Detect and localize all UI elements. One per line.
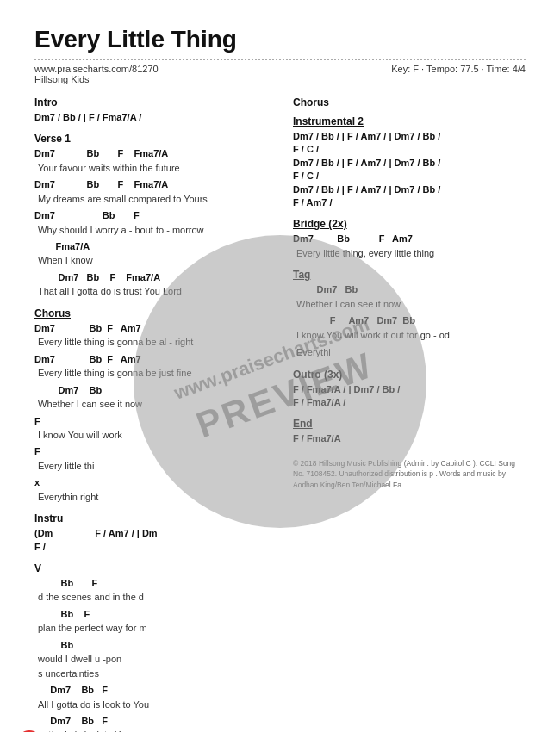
copyright-block: © 2018 Hillsong Music Publishing (Admin.… [293, 458, 526, 491]
meta-url-artist: www.praisecharts.com/81270 Hillsong Kids [34, 64, 159, 84]
song-time: Time: 4/4 [487, 64, 526, 74]
v1-chord1: Dm7 Bb F Fma7/A [34, 147, 267, 160]
inst2-line1: Dm7 / Bb / | F / Am7 / | Dm7 / Bb / [293, 130, 526, 143]
v2-block4: Dm7 Bb F All I gotta do is look to You [34, 684, 267, 711]
v2-chord4: Dm7 Bb F [34, 684, 267, 697]
v2-chord2: Bb F [34, 608, 267, 621]
chorus-block6: x Everythin right [34, 476, 267, 504]
meta-row: www.praisecharts.com/81270 Hillsong Kids… [34, 64, 526, 84]
section-chorus-right-label: Chorus [293, 96, 526, 109]
inst2-line3: Dm7 / Bb / | F / Am7 / | Dm7 / Bb / [293, 157, 526, 170]
c-chord1: Dm7 Bb F Am7 [34, 322, 267, 335]
inst2-line6: F / Am7 / [293, 196, 526, 209]
c-chord4: F [34, 415, 267, 428]
section-verse2-label: V [34, 562, 267, 574]
c-lyric6: Everythin right [38, 490, 267, 505]
v1-chord4: Fma7/A [34, 240, 267, 253]
page: Every Little Thing www.praisecharts.com/… [0, 0, 560, 732]
v2-block3: Bb would I dwell u -pon s uncertainties [34, 639, 267, 680]
inst1-line2: F / [34, 541, 267, 554]
song-artist: Hillsong Kids [34, 74, 90, 84]
chorus-block5: F Every little thi [34, 445, 267, 473]
tag-chord2: F Am7 Dm7 Bb [293, 314, 526, 327]
song-url: www.praisecharts.com/81270 [34, 64, 159, 74]
v2-lyric2: plan the perfect way for m [38, 621, 267, 636]
v1-lyric2: My dreams are small compared to Yours [38, 192, 267, 207]
bridge-block1: Dm7 Bb F Am7 Every little thing, every l… [293, 233, 526, 260]
v2-lyric4: All I gotta do is look to You [38, 698, 267, 712]
bridge-lyric1: Every little thing, every little thing [296, 246, 526, 261]
section-end-label: End [293, 418, 526, 430]
chorus-block2: Dm7 Bb F Am7 Every little thing is gonna… [34, 353, 267, 381]
song-title: Every Little Thing [34, 26, 526, 53]
outro-line2: F / Fma7/A / [293, 396, 526, 409]
v2-lyric3b: s uncertainties [38, 667, 267, 681]
v1-lyric1: Your favour waits within the future [38, 161, 267, 176]
verse1-block4: Fma7/A When I know [34, 240, 267, 268]
v1-chord2: Dm7 Bb F Fma7/A [34, 178, 267, 191]
section-instrumental1-label: Instru [34, 512, 267, 524]
inst1-line1: (Dm F / Am7 / | Dm [34, 527, 267, 540]
c-chord2: Dm7 Bb F Am7 [34, 353, 267, 366]
section-intro-label: Intro [34, 96, 267, 109]
right-column: Chorus Instrumental 2 Dm7 / Bb / | F / A… [293, 96, 526, 732]
left-column: Intro Dm7 / Bb / | F / Fma7/A / Verse 1 … [34, 96, 267, 732]
c-chord5: F [34, 445, 267, 458]
song-key: Key: F [391, 64, 419, 74]
end-chord: F / Fma7/A [293, 432, 526, 445]
c-lyric4: I know You will work [38, 428, 267, 443]
v2-chord3: Bb [34, 639, 267, 652]
c-lyric3: Whether I can see it now [38, 397, 267, 412]
inst2-line4: F / C / [293, 170, 526, 183]
footer: praisecharts [0, 723, 560, 732]
inst2-line5: Dm7 / Bb / | F / Am7 / | Dm7 / Bb / [293, 183, 526, 196]
v2-lyric3: would I dwell u -pon [38, 652, 267, 667]
v1-lyric4: When I know [38, 253, 267, 268]
section-tag-label: Tag [293, 269, 526, 281]
section-bridge-label: Bridge (2x) [293, 218, 526, 230]
tag-lyric3: Everythi [296, 345, 526, 360]
bridge-chord1: Dm7 Bb F Am7 [293, 233, 526, 245]
v2-chord1: Bb F [34, 577, 267, 590]
chorus-block3: Dm7 Bb Whether I can see it now [34, 384, 267, 412]
verse1-block5: Dm7 Bb F Fma7/A That all I gotta do is t… [34, 271, 267, 299]
intro-chords: Dm7 / Bb / | F / Fma7/A / [34, 111, 267, 124]
section-outro-label: Outro (3x) [293, 369, 526, 381]
v1-chord5: Dm7 Bb F Fma7/A [34, 271, 267, 284]
c-lyric2: Every little thing is gonna be just fine [38, 366, 267, 381]
v1-lyric5: That all I gotta do is trust You Lord [38, 284, 267, 299]
chorus-block1: Dm7 Bb F Am7 Every little thing is gonna… [34, 322, 267, 350]
v2-block1: Bb F d the scenes and in the d [34, 577, 267, 605]
verse1-block3: Dm7 Bb F Why should I worry a - bout to … [34, 209, 267, 237]
v1-lyric3: Why should I worry a - bout to - morrow [38, 223, 267, 238]
meta-key-tempo: Key: F · Tempo: 77.5 · Time: 4/4 [391, 64, 526, 84]
chorus-block4: F I know You will work [34, 415, 267, 443]
section-chorus-label: Chorus [34, 307, 267, 319]
c-lyric1: Every little thing is gonna be al - righ… [38, 335, 267, 350]
tag-block2: F Am7 Dm7 Bb I know You will work it out… [293, 314, 526, 342]
v2-lyric1: d the scenes and in the d [38, 590, 267, 605]
v2-block2: Bb F plan the perfect way for m [34, 608, 267, 636]
tag-lyric1: Whether I can see it now [296, 297, 526, 312]
section-inst2-label: Instrumental 2 [293, 115, 526, 127]
inst2-line2: F / C / [293, 143, 526, 156]
tag-chord1: Dm7 Bb [293, 283, 526, 296]
section-verse1-label: Verse 1 [34, 133, 267, 145]
main-columns: Intro Dm7 / Bb / | F / Fma7/A / Verse 1 … [34, 96, 526, 732]
tag-lyric2: I know You will work it out for go - od [296, 328, 526, 343]
v1-chord3: Dm7 Bb F [34, 209, 267, 222]
c-chord3: Dm7 Bb [34, 384, 267, 397]
outro-line1: F / Fma7/A / | Dm7 / Bb / [293, 383, 526, 396]
c-xlabel: x [34, 476, 267, 489]
c-lyric5: Every little thi [38, 459, 267, 474]
title-divider [34, 59, 526, 60]
tag-block1: Dm7 Bb Whether I can see it now [293, 283, 526, 311]
verse1-block1: Dm7 Bb F Fma7/A Your favour waits within… [34, 147, 267, 175]
verse1-block2: Dm7 Bb F Fma7/A My dreams are small comp… [34, 178, 267, 206]
song-tempo: Tempo: 77.5 [426, 64, 479, 74]
